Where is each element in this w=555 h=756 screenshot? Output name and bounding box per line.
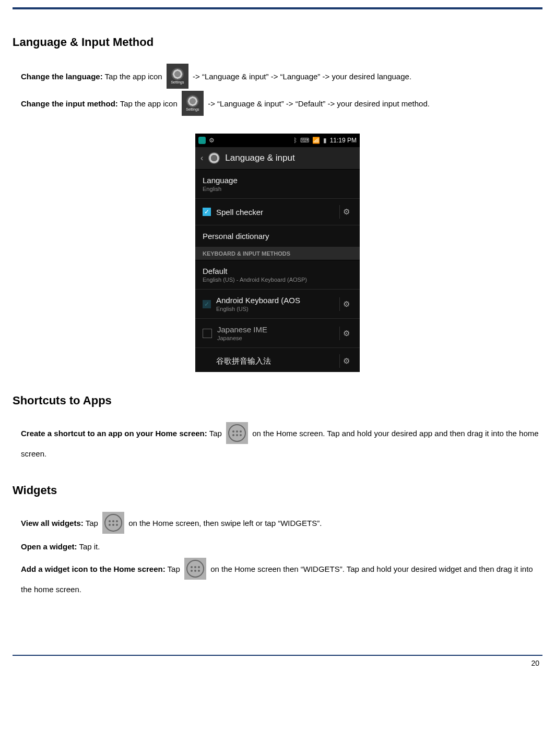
row-label: Japanese IME	[217, 325, 267, 334]
text: Tap it.	[77, 542, 100, 551]
settings-app-icon: Settings	[167, 64, 188, 89]
sliders-icon[interactable]: ⚙	[339, 297, 352, 311]
row-language[interactable]: Language English	[195, 170, 360, 199]
row-android-keyboard[interactable]: ✓ Android Keyboard (AOS English (US) ⚙	[195, 290, 360, 319]
checkbox-icon[interactable]	[203, 357, 211, 365]
subheader-keyboard: KEYBOARD & INPUT METHODS	[195, 247, 360, 260]
row-japanese-ime[interactable]: Japanese IME Japanese ⚙	[195, 319, 360, 348]
apps-drawer-icon	[102, 512, 124, 534]
paragraph-change-language: Change the language: Tap the app icon Se…	[21, 64, 542, 91]
checkbox-icon[interactable]: ✓	[203, 208, 211, 216]
apps-drawer-icon	[184, 558, 206, 580]
row-value: Japanese	[217, 335, 267, 341]
row-label: Android Keyboard (AOS	[216, 296, 300, 305]
status-time: 11:19 PM	[330, 137, 357, 144]
paragraph-change-input: Change the input method: Tap the app ico…	[21, 91, 542, 118]
text: Tap	[166, 565, 182, 573]
text: Tap	[84, 519, 100, 527]
screenshot-wrap: ⚙ ᛒ ⌨ 📶 ▮ 11:19 PM ‹ Language & input La…	[13, 134, 542, 372]
apps-drawer-icon	[226, 422, 248, 444]
row-default[interactable]: Default English (US) - Android Keyboard …	[195, 260, 360, 290]
row-label: Language	[203, 176, 238, 185]
text: -> “Language & input” -> “Language” -> y…	[193, 72, 411, 81]
bold-change-language: Change the language:	[21, 72, 103, 81]
header-rule	[13, 7, 542, 9]
body-shortcuts: Create a shortcut to an app on your Home…	[21, 422, 542, 462]
header-title: Language & input	[225, 153, 294, 163]
gear-icon	[187, 96, 198, 106]
paragraph-open-widget: Open a widget: Tap it.	[21, 539, 542, 555]
row-label: 谷歌拼音输入法	[216, 356, 271, 366]
body-language-input: Change the language: Tap the app icon Se…	[21, 64, 542, 118]
status-bar: ⚙ ᛒ ⌨ 📶 ▮ 11:19 PM	[195, 134, 360, 147]
page-container: Language & Input Method Change the langu…	[0, 7, 555, 677]
settings-icon-label: Settings	[186, 107, 199, 111]
settings-app-icon: Settings	[182, 91, 204, 116]
row-google-pinyin[interactable]: 谷歌拼音输入法 ⚙	[195, 348, 360, 372]
settings-icon-label: Settings	[171, 80, 184, 84]
checkbox-icon[interactable]	[203, 329, 212, 338]
bold-view-widgets: View all widgets:	[21, 519, 84, 527]
status-app-icon	[198, 137, 206, 144]
heading-language-input: Language & Input Method	[13, 35, 542, 49]
keyboard-icon: ⌨	[300, 137, 309, 144]
text: Tap the app icon	[118, 99, 180, 108]
sliders-icon[interactable]: ⚙	[339, 354, 352, 368]
bold-create-shortcut: Create a shortcut to an app on your Home…	[21, 429, 207, 438]
bluetooth-icon: ᛒ	[293, 137, 297, 144]
text: -> “Language & input” -> “Default” -> yo…	[208, 99, 430, 108]
checkbox-icon: ✓	[203, 300, 211, 308]
row-spell-checker[interactable]: ✓ Spell checker ⚙	[195, 199, 360, 225]
back-icon[interactable]: ‹	[200, 153, 203, 163]
settings-header[interactable]: ‹ Language & input	[195, 147, 360, 170]
text: on the Home screen, then swipe left or t…	[128, 519, 322, 527]
bold-change-input: Change the input method:	[21, 99, 118, 108]
body-widgets: View all widgets: Tap on the Home screen…	[21, 512, 542, 597]
phone-screenshot: ⚙ ᛒ ⌨ 📶 ▮ 11:19 PM ‹ Language & input La…	[195, 134, 360, 372]
row-label: Personal dictionary	[203, 232, 269, 241]
gear-icon	[208, 152, 220, 164]
row-personal-dictionary[interactable]: Personal dictionary	[195, 225, 360, 247]
gear-icon: ⚙	[209, 137, 215, 144]
sliders-icon[interactable]: ⚙	[339, 205, 352, 219]
paragraph-create-shortcut: Create a shortcut to an app on your Home…	[21, 422, 542, 462]
row-value: English (US) - Android Keyboard (AOSP)	[203, 277, 307, 283]
row-label: Spell checker	[216, 208, 263, 217]
heading-widgets: Widgets	[13, 484, 542, 497]
row-label: Default	[203, 267, 307, 275]
sliders-icon[interactable]: ⚙	[339, 327, 352, 340]
page-number: 20	[13, 656, 542, 677]
row-value: English	[203, 186, 238, 192]
paragraph-view-widgets: View all widgets: Tap on the Home screen…	[21, 512, 542, 536]
heading-shortcuts: Shortcuts to Apps	[13, 394, 542, 407]
row-value: English (US)	[216, 306, 300, 312]
battery-icon: ▮	[323, 137, 327, 144]
bold-open-widget: Open a widget:	[21, 542, 77, 551]
signal-icon: 📶	[312, 137, 320, 144]
text: Tap the app icon	[103, 72, 164, 81]
bold-add-widget: Add a widget icon to the Home screen:	[21, 565, 166, 573]
gear-icon	[172, 69, 183, 79]
paragraph-add-widget: Add a widget icon to the Home screen: Ta…	[21, 558, 542, 597]
text: Tap	[207, 429, 224, 438]
